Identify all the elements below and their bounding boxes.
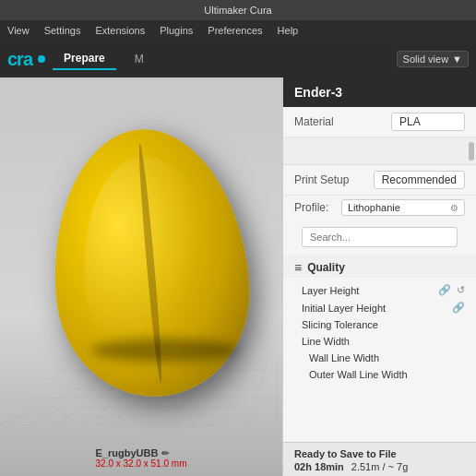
model-shadow (91, 339, 239, 362)
chevron-down-icon: ▼ (452, 54, 462, 65)
material-label: Material (294, 115, 386, 128)
link-icon-1: 🔗 (438, 284, 451, 296)
toolbar: cra Prepare M Solid view ▼ (0, 41, 476, 77)
model-info: E_rugbyUBB ✏ 32.0 x 32.0 x 51.0 mm (96, 447, 187, 469)
quality-section-header: ≡ Quality (283, 255, 476, 278)
slicing-tolerance-item[interactable]: Slicing Tolerance (283, 316, 476, 333)
tab-prepare[interactable]: Prepare (53, 48, 116, 70)
menu-bar: View Settings Extensions Plugins Prefere… (0, 20, 476, 41)
initial-layer-height-label: Initial Layer Height (302, 303, 446, 314)
ready-bar: Ready to Save to File 02h 18min 2.51m / … (283, 442, 476, 476)
model-dimensions: 32.0 x 32.0 x 51.0 mm (96, 458, 187, 469)
menu-settings[interactable]: Settings (41, 23, 85, 38)
app-container: cra Prepare M Solid view ▼ (0, 41, 476, 476)
ready-stats: 02h 18min 2.51m / ~ 7g (294, 461, 465, 472)
material-row: Material PLA (283, 107, 476, 137)
line-width-item[interactable]: Line Width (283, 333, 476, 350)
title-bar: Ultimaker Cura (0, 0, 476, 20)
search-container (283, 220, 476, 255)
layer-height-label: Layer Height (302, 285, 433, 296)
quality-icon: ≡ (294, 260, 302, 275)
quality-label: Quality (307, 261, 345, 274)
3d-model (42, 121, 258, 404)
slicing-tolerance-label: Slicing Tolerance (302, 319, 465, 330)
logo: cra (7, 49, 45, 70)
edit-icon[interactable]: ✏ (161, 448, 169, 458)
right-panel: Ender-3 Material PLA Print Setup Recomme… (282, 77, 476, 476)
line-width-label: Line Width (302, 336, 465, 347)
profile-value[interactable]: Lithophanie ⚙ (341, 199, 465, 216)
profile-label: Profile: (294, 201, 336, 214)
menu-view[interactable]: View (4, 23, 33, 38)
content-area: E_rugbyUBB ✏ 32.0 x 32.0 x 51.0 mm Ender… (0, 77, 476, 476)
view-mode-label: Solid view (403, 54, 449, 65)
print-setup-value[interactable]: Recommended (374, 171, 465, 189)
layer-height-item[interactable]: Layer Height 🔗 ↺ (283, 281, 476, 299)
scrollbar-handle[interactable] (469, 142, 474, 161)
menu-extensions[interactable]: Extensions (91, 23, 149, 38)
app-title: Ultimaker Cura (204, 5, 271, 16)
ready-label: Ready to Save to File (294, 448, 465, 459)
model-name-label: E_rugbyUBB (96, 447, 159, 458)
initial-layer-height-item[interactable]: Initial Layer Height 🔗 (283, 299, 476, 316)
menu-plugins[interactable]: Plugins (156, 23, 196, 38)
link-icon-2: 🔗 (452, 302, 465, 314)
tab-monitor[interactable]: M (124, 49, 155, 69)
outer-wall-line-width-label: Outer Wall Line Width (309, 369, 465, 380)
model-container (18, 87, 282, 439)
panel-header: Ender-3 (283, 77, 476, 107)
outer-wall-line-width-item[interactable]: Outer Wall Line Width (283, 366, 476, 383)
wall-line-width-item[interactable]: Wall Line Width (283, 350, 476, 366)
print-setup-row: Print Setup Recommended (283, 165, 476, 196)
logo-dot (38, 55, 45, 63)
print-setup-label: Print Setup (294, 173, 368, 186)
search-input[interactable] (302, 227, 458, 247)
profile-row: Profile: Lithophanie ⚙ (283, 196, 476, 220)
settings-icon: ⚙ (450, 203, 458, 213)
print-time: 02h 18min (294, 461, 344, 472)
material-value[interactable]: PLA (391, 113, 465, 131)
quality-items: Layer Height 🔗 ↺ Initial Layer Height 🔗 … (283, 278, 476, 387)
material-usage: 2.51m / ~ 7g (351, 461, 408, 472)
viewport[interactable]: E_rugbyUBB ✏ 32.0 x 32.0 x 51.0 mm (0, 77, 282, 476)
view-mode-dropdown[interactable]: Solid view ▼ (397, 51, 469, 67)
wall-line-width-label: Wall Line Width (309, 352, 465, 363)
menu-help[interactable]: Help (274, 23, 303, 38)
printer-name: Ender-3 (294, 85, 342, 100)
reset-icon-1: ↺ (457, 284, 465, 296)
menu-preferences[interactable]: Preferences (204, 23, 266, 38)
